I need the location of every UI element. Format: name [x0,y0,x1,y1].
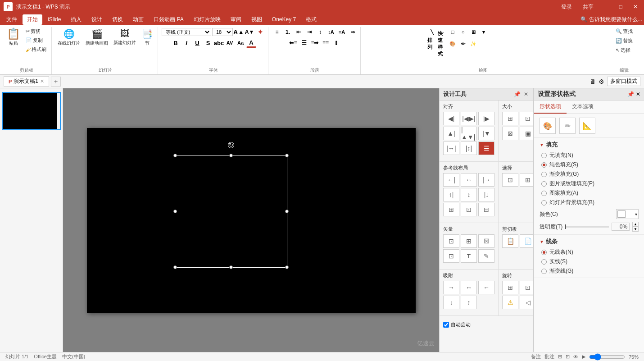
handle-top-right[interactable] [285,154,289,157]
format-line-icon-btn[interactable]: ✏ [559,118,576,134]
align-left-button[interactable]: ⬅≡ [288,38,298,48]
distribute-v-button[interactable]: |↕| [461,142,477,155]
line-solid[interactable]: 实线(S) [541,258,639,265]
font-name-selector[interactable]: 等线 (正文) [162,28,211,36]
shadow-button[interactable]: abc [214,38,224,48]
absorb-btn-5[interactable]: ↕ [461,296,477,309]
format-tab-text[interactable]: 文本选项 [567,101,599,114]
close-button[interactable]: ✕ [630,3,640,11]
minimize-button[interactable]: ─ [602,3,611,11]
handle-middle-left[interactable] [173,210,177,213]
fill-section-header[interactable]: ▼ 填充 [540,141,639,149]
bullets-button[interactable]: ≡ [272,27,282,37]
justify-button[interactable]: ≡≡ [321,38,331,48]
tab-add-button[interactable]: ＋ [51,77,61,87]
share-button[interactable]: 共享 [580,2,596,12]
tab-close-icon[interactable]: ✕ [40,78,44,84]
fill-gradient[interactable]: 渐变填充(G) [541,170,639,178]
line-solid-radio[interactable] [541,259,547,265]
menu-animation[interactable]: 动画 [128,14,148,25]
change-case-button[interactable]: Aa [236,38,245,48]
zoom-slider[interactable] [589,353,625,361]
font-size-decrease-button[interactable]: A▼ [245,27,254,37]
tab-item-presentation[interactable]: P 演示文稿1 ✕ [4,76,49,87]
multiwindow-button[interactable]: 多窗口模式 [607,77,640,86]
menu-islide[interactable]: iSlide [43,15,65,24]
handle-bottom-right[interactable] [285,265,289,269]
format-panel-pin-button[interactable]: 📌 [627,91,634,97]
menu-transition[interactable]: 切换 [108,14,127,25]
arrange-button[interactable]: 排列 [427,39,437,49]
menu-file[interactable]: 文件 [2,14,22,25]
ref-btn-3[interactable]: |→ [478,173,494,187]
panel-pin-button[interactable]: 📌 [513,91,521,98]
notes-button[interactable]: 备注 [531,353,541,360]
align-special-button[interactable]: ☰ [478,142,494,155]
comments-button[interactable]: 批注 [544,353,554,360]
menu-insert[interactable]: 插入 [66,14,86,25]
columns-button[interactable]: ⫿ [331,38,341,48]
vector-btn-4[interactable]: ⊡ [443,249,459,263]
format-tab-shape[interactable]: 形状选项 [534,101,567,114]
menu-design[interactable]: 设计 [87,14,107,25]
align-middle-v-button[interactable]: |▲▼| [461,127,477,140]
handle-middle-right[interactable] [285,210,289,213]
fill-pattern[interactable]: 图案填充(A) [541,189,639,197]
view-icon[interactable]: 🖥 [590,78,596,85]
convert-smartart-button[interactable]: ⇒ [348,27,358,37]
cut-button[interactable]: ✂ 剪切 [23,27,49,36]
align-text-button[interactable]: ≡A [337,27,347,37]
line-none-radio[interactable] [541,250,547,255]
clipboard-btn-2[interactable]: 📄 [520,234,534,248]
menu-format[interactable]: 格式 [301,14,321,25]
fill-solid-radio[interactable] [541,162,547,168]
fill-solid[interactable]: 纯色填充(S) [541,161,639,169]
text-direction-button[interactable]: ↕A [326,27,336,37]
vector-btn-1[interactable]: ⊡ [443,234,459,248]
increase-indent-button[interactable]: ⇥ [304,27,314,37]
new-animate-button[interactable]: 🎬 新建动画图 [83,27,110,48]
line-spacing-button[interactable]: ↕ [315,27,325,37]
ref-btn-4[interactable]: ↑| [443,188,459,201]
fill-color-button[interactable]: 🎨 [448,39,458,49]
shape-line-button[interactable]: ╲ [427,27,437,37]
color-swatch-button[interactable]: ▾ [616,209,639,219]
strikethrough-button[interactable]: S [203,38,213,48]
handle-top-left[interactable] [173,154,177,157]
select-btn-1[interactable]: ⊡ [502,173,518,187]
rotate-btn-4[interactable]: ◁ [520,296,534,309]
copy-button[interactable]: 📄 复制 [23,36,49,45]
shape-group-button[interactable]: ⊞ [468,27,478,37]
align-top-button[interactable]: ▲| [443,127,459,140]
menu-pocket-animation[interactable]: 口袋动画 PA [149,14,188,25]
absorb-btn-1[interactable]: → [443,281,459,294]
line-color-button[interactable]: ✏ [458,39,468,49]
absorb-btn-2[interactable]: ↔ [461,281,477,294]
menu-view[interactable]: 视图 [247,14,267,25]
font-size-increase-button[interactable]: A▲ [234,27,244,37]
fill-none-radio[interactable] [541,153,547,158]
line-none[interactable]: 无线条(N) [541,248,639,256]
rotate-handle[interactable]: ↻ [228,142,234,148]
section-button[interactable]: 📑 节 [139,27,155,48]
online-slides-button[interactable]: 🌐 在线幻灯片 [55,27,82,48]
format-panel-close-button[interactable]: ✕ [636,91,640,97]
view-normal-button[interactable]: ⊞ [558,354,562,360]
view-reading-button[interactable]: 👁 [573,354,578,360]
restore-button[interactable]: □ [617,3,625,11]
distribute-h-button[interactable]: |↔| [443,142,459,155]
opacity-decrease-button[interactable]: ▼ [632,227,639,232]
char-spacing-button[interactable]: AV [225,38,235,48]
view-grid-button[interactable]: ⊡ [566,354,570,360]
format-effect-icon-btn[interactable]: 📐 [579,118,595,134]
size-btn-1[interactable]: ⊞ [502,112,518,125]
replace-button[interactable]: 🔄 替换 [613,37,635,45]
size-btn-2[interactable]: ⊡ [520,112,534,125]
fill-slide-bg[interactable]: 幻灯片背景填充(B) [541,199,639,206]
line-gradient[interactable]: 渐变线(G) [541,267,639,275]
new-slide-button[interactable]: 🖼 新建幻灯片 [111,27,138,47]
ref-btn-8[interactable]: ⊡ [461,203,477,216]
align-right-button[interactable]: |▶ [478,112,494,125]
fill-pattern-radio[interactable] [541,191,547,196]
select-btn-2[interactable]: ⊞ [520,173,534,187]
